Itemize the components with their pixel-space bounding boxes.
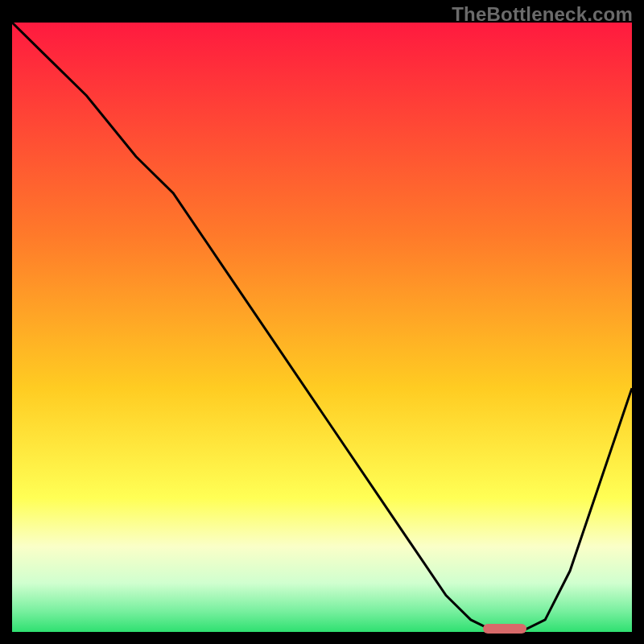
chart-frame [12, 23, 632, 632]
gradient-background [12, 23, 632, 632]
bottleneck-chart [12, 23, 632, 632]
optimal-range-marker [483, 624, 526, 634]
